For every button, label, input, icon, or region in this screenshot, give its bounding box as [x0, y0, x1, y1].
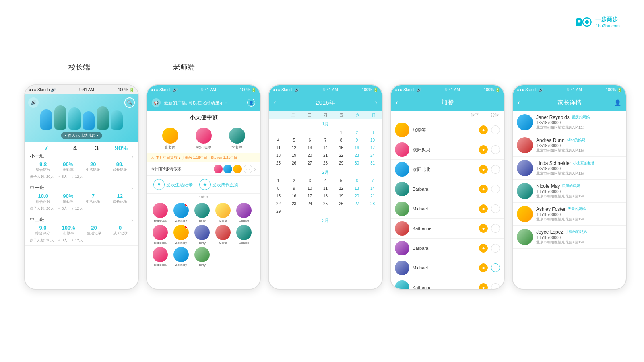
student-12[interactable]: Terry [193, 247, 211, 267]
speaker-icon[interactable]: 🔊 [28, 97, 39, 108]
meal-check-not-ate-6[interactable] [491, 244, 500, 253]
teacher-avatar-2 [229, 128, 245, 144]
meal-back-btn[interactable]: ‹ [396, 99, 398, 106]
meal-label-ate: 吃了 [471, 113, 479, 118]
student-7[interactable]: Terry [193, 225, 211, 245]
meal-row-7[interactable]: Michael ● [391, 258, 504, 278]
class-row-1[interactable]: 中一班 › 10.0综合评分 90%出勤率 7生活记录 12成长记录 孩子人数:… [25, 182, 138, 214]
status-bar-4: ●●● Sketch 🔊 9:41 AM 100% 🔋 [391, 85, 504, 94]
meal-avatar-3 [395, 182, 409, 196]
student-10[interactable]: Rebecca [151, 247, 169, 267]
battery-3: 100% 🔋 [362, 88, 378, 92]
svg-rect-1 [578, 20, 580, 22]
meal-check-ate-2[interactable]: ● [479, 165, 488, 174]
day-0: 一 [269, 113, 285, 118]
meal-row-2[interactable]: 欧阳北北 ● [391, 160, 504, 179]
teacher-1: 欧阳老师 [196, 128, 212, 150]
meal-check-not-ate-7[interactable] [491, 263, 500, 272]
meal-check-ate-5[interactable]: ● [479, 224, 488, 233]
cal-days-header: 一 二 三 四 五 六 日 [269, 111, 382, 119]
parent-user-icon[interactable]: 👤 [614, 99, 621, 106]
parent-row-4[interactable]: Ashley Foster 天天的妈妈 18518700000 北京市朝阳区望京… [513, 203, 626, 226]
student-0[interactable]: Rebecca [151, 203, 169, 222]
meal-check-not-ate-2[interactable] [491, 165, 500, 174]
parent-info-0: Janet Reynolds 媛媛的妈妈 18518700000 北京市朝阳区望… [536, 115, 622, 130]
battery-5: 100% 🔋 [606, 88, 622, 92]
parent-avatar-1 [517, 137, 533, 153]
meal-check-not-ate-4[interactable] [491, 204, 500, 213]
avatar-4 [236, 203, 252, 218]
parent-info-1: Andrea Dunn Alice的妈妈 18518700000 北京市朝阳区望… [536, 138, 622, 153]
parent-row-1[interactable]: Andrea Dunn Alice的妈妈 18518700000 北京市朝阳区望… [513, 134, 626, 157]
meal-label-not-ate: 没吃 [491, 113, 499, 118]
student-2[interactable]: Terry [193, 203, 211, 222]
avatar-12 [194, 247, 210, 262]
parent-back-btn[interactable]: ‹ [518, 99, 520, 106]
meal-check-ate-8[interactable]: ● [479, 283, 488, 290]
parent-avatar-0 [517, 114, 533, 130]
teacher-0: 张老师 [162, 128, 178, 150]
user-icon-2[interactable]: 👤 [247, 99, 255, 107]
time-3: 9:41 AM [323, 88, 338, 92]
parent-row-5[interactable]: Joyce Lopez 小糯米的妈妈 18518700000 北京市朝阳区望京花… [513, 226, 626, 249]
meal-check-ate-1[interactable]: ● [479, 145, 488, 154]
leave-notice[interactable]: 今日有4张请假条 ··· › [147, 162, 260, 176]
month-label-2: 2月 [269, 168, 382, 176]
meal-check-ate-0[interactable]: ● [479, 125, 488, 134]
meal-row-6[interactable]: Barbara ● [391, 239, 504, 258]
search-icon[interactable]: 🔍 [124, 97, 135, 108]
battery-4: 100% 🔋 [484, 88, 500, 92]
more-button[interactable]: ··· [244, 165, 252, 173]
meal-row-3[interactable]: Barbara ● [391, 179, 504, 199]
meal-check-ate-7[interactable]: ● [479, 263, 488, 272]
parent-row-3[interactable]: Nicole May 贝贝的妈妈 18518700000 北京市朝阳区望京花园A… [513, 180, 626, 203]
arrow-1: › [131, 185, 133, 191]
meal-check-not-ate-8[interactable] [491, 283, 500, 290]
teacher-avatar-0 [162, 128, 178, 144]
phone-parent: ●●● Sketch 🔊 9:41 AM 100% 🔋 ‹ 家长详情 👤 Jan… [512, 84, 627, 290]
meal-check-ate-4[interactable]: ● [479, 204, 488, 213]
student-3[interactable]: Maria [214, 203, 232, 222]
meal-row-1[interactable]: 欧阳贝贝 ● [391, 140, 504, 160]
meal-avatar-2 [395, 162, 409, 177]
meal-check-not-ate-1[interactable] [491, 145, 500, 154]
student-11[interactable]: Zachary [172, 247, 190, 267]
action-life-record[interactable]: ♥ 发表生活记录 [153, 179, 193, 190]
class-row-0[interactable]: 小一班 › 9.8综合评分 90%出勤率 20生活记录 99.成长记录 孩子人数… [25, 150, 138, 182]
meal-check-not-ate-3[interactable] [491, 185, 500, 193]
cal-next[interactable]: › [375, 99, 377, 106]
dots-4: ●●● Sketch 🔊 [395, 88, 421, 92]
student-8[interactable]: Maria [214, 225, 232, 245]
avatar-6 [173, 225, 189, 240]
meal-check-ate-3[interactable]: ● [479, 185, 488, 193]
label-principal: 校长端 [68, 62, 90, 72]
cal-prev[interactable]: ‹ [274, 99, 276, 106]
meal-row-4[interactable]: Michael ● [391, 199, 504, 219]
parent-row-0[interactable]: Janet Reynolds 媛媛的妈妈 18518700000 北京市朝阳区望… [513, 111, 626, 134]
meal-check-not-ate-5[interactable] [491, 224, 500, 233]
highlighted-date[interactable]: 8 [334, 138, 348, 142]
meal-row-5[interactable]: Katherine ● [391, 219, 504, 239]
student-6[interactable]: Zachary [172, 225, 190, 245]
growth-record-icon: ★ [199, 179, 211, 190]
meal-row-8[interactable]: Katherine ● [391, 278, 504, 290]
student-1[interactable]: Zachary [172, 203, 190, 222]
life-record-icon: ♥ [153, 179, 165, 190]
stat-personal: 3 事假 [93, 145, 100, 150]
parent-avatar-3 [517, 183, 533, 199]
meal-check-ate-6[interactable]: ● [479, 244, 488, 253]
class-row-2[interactable]: 中二班 › 9.0综合评分 100%出勤率 20生活记录 0成长记录 孩子人数:… [25, 214, 138, 246]
parent-title: 家长详情 [557, 99, 582, 107]
student-5[interactable]: Rebecca [151, 225, 169, 245]
meal-row-0[interactable]: 张笑笑 ● [391, 120, 504, 140]
day-2: 三 [301, 113, 317, 118]
broadcast-text: 最新的广播, 可以在此滚动显示： [164, 100, 244, 106]
action-growth-record[interactable]: ★ 发表成长点滴 [199, 179, 239, 190]
parent-avatar-2 [517, 160, 533, 176]
parent-row-2[interactable]: Linda Schneider 小土豆的爸爸 18518700000 北京市朝阳… [513, 157, 626, 180]
avatar-3 [215, 203, 231, 218]
student-4[interactable]: Denise [235, 203, 253, 222]
meal-check-not-ate-0[interactable] [491, 125, 500, 134]
student-9[interactable]: Denise [235, 225, 253, 245]
meal-sub-header: 吃了 没吃 [391, 111, 504, 120]
